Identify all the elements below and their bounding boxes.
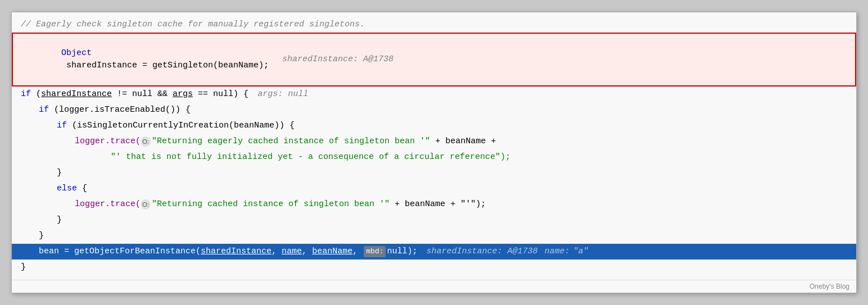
debug-selected-3: "a" [573, 245, 588, 258]
highlighted-code: Object sharedInstance = getSingleton(bea… [21, 34, 269, 85]
if-mid: != null && [112, 88, 173, 101]
comma-2: , [302, 245, 312, 258]
logger-method-1: logger.trace( [75, 135, 141, 148]
comma-3: , [352, 245, 363, 258]
logger-trace-2: logger.trace( O: "Returning cached insta… [12, 197, 856, 212]
if-singleton-code: if (isSingletonCurrentlyInCreation(beanN… [57, 120, 295, 133]
if-singleton-creation-line: if (isSingletonCurrentlyInCreation(beanN… [12, 118, 856, 134]
brace-3: } [39, 230, 44, 243]
logger-method-2: logger.trace( [75, 198, 141, 211]
keyword-object: Object [61, 48, 92, 58]
comment-text: // Eagerly check singleton cache for man… [21, 19, 365, 31]
if-logger-line: if (logger.isTraceEnabled()) { [12, 102, 856, 118]
comma-1: , [272, 245, 282, 258]
null-val: null); [387, 245, 417, 258]
if-keyword: if ( [21, 88, 41, 101]
shared-instance-ref: sharedInstance [41, 88, 112, 101]
concat-1: + beanName + [430, 135, 496, 148]
code-text: sharedInstance = getSingleton(beanName); [61, 61, 269, 70]
blog-credit-text: Oneby's Blog [810, 283, 849, 290]
blog-credit: Oneby's Blog [12, 280, 856, 293]
debug-selected-2: name: [544, 245, 569, 258]
bean-assign: bean = getObjectForBeanInstance( [39, 245, 201, 258]
comment-line: // Eagerly check singleton cache for man… [12, 17, 856, 33]
string-2: "Returning cached instance of singleton … [152, 198, 390, 211]
o-badge-1: O: [141, 136, 151, 147]
logger-trace-1: logger.trace( O: "Returning eagerly cach… [12, 134, 856, 149]
code-body: // Eagerly check singleton cache for man… [12, 12, 856, 280]
brace-2: } [57, 214, 62, 227]
else-code: else { [57, 183, 87, 195]
name-ref: name [282, 245, 302, 258]
code-window: // Eagerly check singleton cache for man… [11, 12, 857, 293]
string-1b: "' that is not fully initialized yet - a… [111, 151, 510, 164]
if-after: == null) { [193, 88, 248, 101]
debug-selected-1: sharedInstance: A@1738 [426, 245, 537, 258]
close-brace-2: } [12, 212, 856, 228]
mbd-badge: mbd: [364, 246, 386, 257]
shared-instance-ref-2: sharedInstance [201, 245, 272, 258]
brace-final: } [21, 261, 26, 274]
if-shared-instance-line: if (sharedInstance != null && args == nu… [12, 87, 856, 102]
close-brace-1: } [12, 165, 856, 181]
debug-value-1: sharedInstance: A@1738 [282, 53, 394, 66]
logger-trace-1b: "' that is not fully initialized yet - a… [12, 149, 856, 165]
close-brace-3: } [12, 228, 856, 244]
args-ref: args [173, 88, 193, 101]
selected-line: bean = getObjectForBeanInstance(sharedIn… [12, 244, 856, 260]
else-line: else { [12, 181, 856, 197]
bean-name-ref: beanName [312, 245, 352, 258]
debug-args: args: null [257, 88, 308, 101]
brace-1: } [57, 167, 62, 180]
string-1: "Returning eagerly cached instance of si… [152, 135, 430, 148]
highlighted-line: Object sharedInstance = getSingleton(bea… [12, 33, 856, 87]
if-logger-code: if (logger.isTraceEnabled()) { [39, 104, 191, 117]
o-badge-2: O: [141, 199, 151, 210]
concat-2: + beanName + "'"); [390, 198, 486, 211]
close-brace-final: } [12, 260, 856, 275]
